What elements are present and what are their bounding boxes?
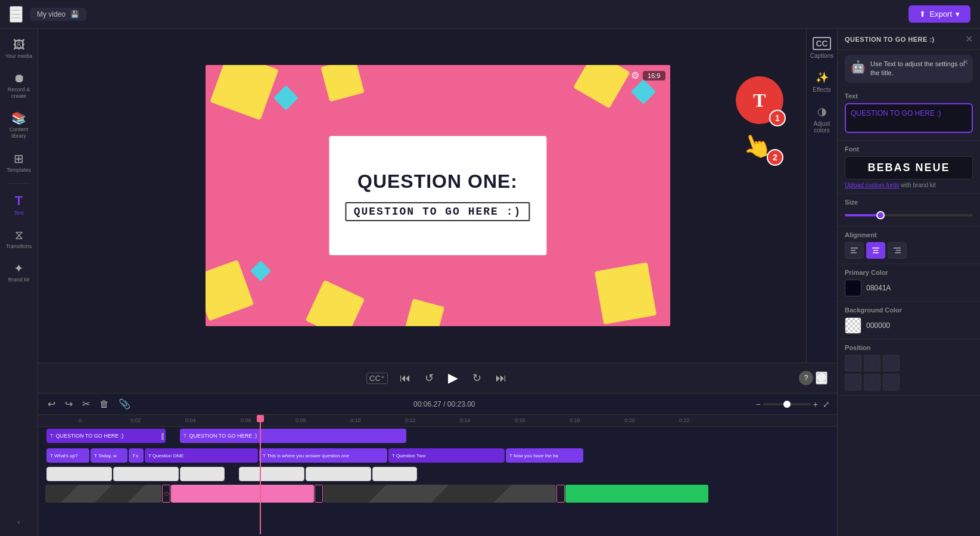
track-answer[interactable]: T This is where you answer question one [259,448,387,463]
sidebar-item-text[interactable]: T Text [2,188,36,221]
align-center-button[interactable] [866,242,885,259]
content-box: QUESTION ONE: QUESTION TO GO HERE :) [329,136,546,255]
sidebar-item-content-library[interactable]: 📚 Contentlibrary [2,106,36,144]
sidebar-item-label-record: Record &create [8,86,30,100]
zoom-track[interactable] [763,403,811,405]
library-icon: 📚 [11,111,26,125]
track-question-1b[interactable]: T QUESTION TO GO HERE :) [180,429,406,443]
zoom-out-button[interactable]: − [756,399,761,409]
track-white-2[interactable] [113,467,179,481]
video-track[interactable]: ⬡ [45,485,708,503]
track-s[interactable]: T s [129,448,144,463]
panel-size-section: Size [838,194,980,227]
hint-close-button[interactable]: ✕ [962,57,969,67]
bg-color-swatch[interactable] [845,317,861,334]
sidebar-item-transitions[interactable]: ⧖ Transitions [2,224,36,255]
pos-top-center[interactable] [864,355,881,371]
skip-back-button[interactable]: ⏮ [397,370,413,387]
zoom-thumb[interactable] [783,401,791,408]
sidebar-item-templates[interactable]: ⊞ Templates [2,147,36,178]
track-white-1[interactable] [46,467,112,481]
align-left-button[interactable] [845,242,864,259]
menu-button[interactable]: ☰ [10,6,23,23]
pos-mid-right[interactable] [883,374,900,391]
captions-button[interactable]: CC Captions [808,33,836,63]
video-thumb-pink[interactable] [171,485,314,503]
track-label-1b: QUESTION TO GO HERE :) [189,433,257,439]
ruler-mark-12: 0:12 [405,417,416,423]
skip-forward-button[interactable]: ⏭ [493,370,509,387]
size-thumb[interactable] [876,211,885,219]
video-thumb-1[interactable] [45,485,161,503]
sidebar-item-brand-kit[interactable]: ✦ Brand kit [2,256,36,288]
undo-button[interactable]: ↩ [45,397,58,411]
track-icon-q2: T [392,453,395,458]
sidebar-collapse-button[interactable]: ‹ [13,512,25,531]
upload-link[interactable]: Upload custom fonts [845,182,899,188]
adjust-colors-button[interactable]: ◑ Adjustcolors [808,101,836,137]
canvas-settings-icon[interactable]: ⚙ [631,70,639,81]
track-q2[interactable]: T Question Two: [388,448,505,463]
panel-primary-color-section: Primary Color 08041A [838,264,980,302]
video-thumb-green[interactable] [565,485,708,503]
pos-mid-center[interactable] [864,374,881,391]
pos-top-left[interactable] [845,355,861,371]
cube-blue-tr [630,79,655,104]
sidebar-item-label-text: Text [14,210,24,216]
zoom-in-button[interactable]: + [813,399,818,409]
forward-button[interactable]: ↻ [470,369,484,387]
project-title[interactable]: My video 💾 [30,8,86,21]
tutorial-circle-1: T [736,76,783,124]
redo-button[interactable]: ↪ [63,397,75,411]
cc-button[interactable]: CC⁺ [366,373,388,384]
track-today[interactable]: T Today, w [91,448,127,463]
help-button[interactable]: ? [799,371,813,385]
pos-top-right[interactable] [883,355,900,371]
panel-title: QUESTION TO GO HERE :) [845,36,960,43]
track-whatsup[interactable]: T What's up? [46,448,89,463]
sidebar-item-your-media[interactable]: 🖼 Your media [2,33,36,64]
play-button[interactable]: ▶ [446,368,461,388]
size-track[interactable] [845,214,973,216]
canvas-top-bar: ⚙ 16:9 [631,70,665,81]
track-white-6[interactable] [372,467,417,481]
panel-header: QUESTION TO GO HERE :) ✕ [838,29,980,50]
track-white-3[interactable] [180,467,225,481]
track-now[interactable]: T Now you have the ha [506,448,583,463]
video-marker-1: ⬡ [162,485,170,503]
track-white-5[interactable] [306,467,371,481]
export-button[interactable]: ⬆ Export ▾ [909,5,970,23]
pos-mid-left[interactable] [845,374,861,391]
track-question-one[interactable]: T Question ONE: [145,448,258,463]
cut-button[interactable]: ✂ [80,397,92,411]
timeline-expand-button[interactable]: ⤢ [823,399,830,409]
delete-button[interactable]: 🗑 [97,398,111,411]
video-thumb-2[interactable] [323,485,556,503]
canvas-right-icons: CC Captions ✨ Effects ◑ Adjustcolors [806,29,837,363]
transitions-icon: ⧖ [15,228,23,242]
effects-button[interactable]: ✨ Effects [808,67,836,97]
question-subtitle[interactable]: QUESTION TO GO HERE :) [346,202,530,221]
rewind-button[interactable]: ↺ [422,369,436,387]
track-handle-1a[interactable]: ‖ [161,432,164,440]
panel-close-button[interactable]: ✕ [965,33,973,45]
ruler-mark-0: 0 [79,417,82,423]
adjust-colors-label: Adjustcolors [814,120,830,134]
sidebar-item-record-create[interactable]: ⏺ Record &create [2,67,36,104]
track-white-4[interactable] [239,467,304,481]
timeline-tracks: 0 0:02 0:04 0:06 0:08 0:10 0:12 0:14 0:1… [38,415,837,536]
fullscreen-button[interactable]: ⛶ [816,371,827,385]
primary-color-label: Primary Color [845,269,973,276]
font-selector[interactable]: BEBAS NEUE [845,156,973,179]
track-question-1a[interactable]: T QUESTION TO GO HERE :) ‖ [46,429,166,443]
text-input[interactable]: QUESTION TO GO HERE :) [845,103,973,133]
canvas-controls: CC⁺ ⏮ ↺ ▶ ↻ ⏭ ? ⛶ [38,363,837,393]
track-row-4: ⬡ [41,484,835,503]
align-right-button[interactable] [888,242,907,259]
primary-color-swatch[interactable] [845,280,861,296]
cube-bottom-mid [305,280,365,326]
canvas-area: QUESTION ONE: QUESTION TO GO HERE :) ⚙ 1… [38,29,837,363]
timeline-scrubber[interactable] [260,415,261,534]
cube-blue-tl [273,85,298,110]
clip-button[interactable]: 📎 [116,397,133,411]
